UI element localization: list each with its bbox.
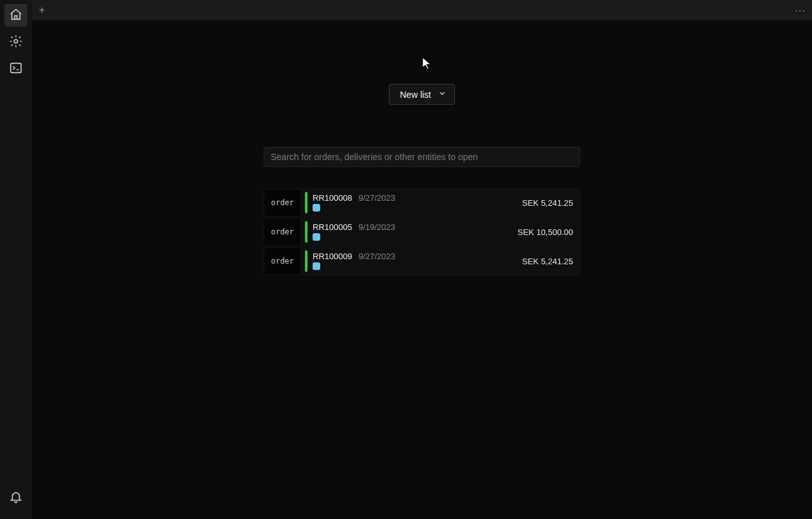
more-icon: ··· — [795, 5, 806, 15]
tab-strip: + ··· — [32, 0, 812, 20]
order-date: 9/27/2023 — [358, 194, 395, 202]
main-area: + ··· New list order RR100008 — [32, 0, 812, 519]
bell-icon — [9, 490, 23, 506]
row-header-line: RR100005 9/19/2023 — [313, 223, 518, 231]
rail-top-group — [4, 4, 27, 80]
row-type-label: order — [264, 248, 301, 274]
gear-icon — [9, 34, 23, 50]
result-row[interactable]: order RR100005 9/19/2023 SEK 10,500.00 — [264, 218, 580, 246]
row-tags-line — [313, 262, 522, 270]
rail-bottom-group — [4, 486, 27, 513]
order-id: RR100008 — [313, 194, 352, 202]
row-tags-line — [313, 233, 518, 241]
svg-point-0 — [14, 39, 18, 43]
row-main: RR100008 9/27/2023 — [308, 189, 522, 216]
left-rail — [0, 0, 32, 519]
order-date: 9/27/2023 — [358, 252, 395, 260]
terminal-icon — [9, 61, 23, 77]
plus-icon: + — [39, 4, 44, 16]
row-tags-line — [313, 204, 522, 212]
result-list: order RR100008 9/27/2023 SEK 5,241.25 or… — [264, 189, 580, 275]
search-container — [264, 147, 580, 167]
home-icon — [9, 8, 23, 24]
order-date: 9/19/2023 — [358, 223, 395, 231]
new-list-button[interactable]: New list — [389, 84, 454, 105]
content-region: New list order RR100008 9/27/2023 — [32, 20, 812, 519]
tab-more-button[interactable]: ··· — [789, 0, 812, 20]
row-type-label: order — [264, 219, 301, 245]
order-id: RR100009 — [313, 252, 352, 260]
nav-terminal[interactable] — [4, 57, 27, 80]
result-row[interactable]: order RR100008 9/27/2023 SEK 5,241.25 — [264, 189, 580, 217]
row-header-line: RR100009 9/27/2023 — [313, 252, 522, 260]
order-amount: SEK 10,500.00 — [518, 219, 579, 245]
tab-add-button[interactable]: + — [32, 0, 52, 20]
new-list-label: New list — [400, 90, 431, 100]
tag-chip — [313, 262, 320, 270]
nav-notifications[interactable] — [4, 486, 27, 509]
order-amount: SEK 5,241.25 — [522, 189, 579, 216]
tag-chip — [313, 204, 320, 212]
nav-settings[interactable] — [4, 30, 27, 53]
mouse-cursor — [423, 57, 431, 70]
row-header-line: RR100008 9/27/2023 — [313, 194, 522, 202]
order-amount: SEK 5,241.25 — [522, 248, 579, 274]
row-type-label: order — [264, 189, 301, 216]
svg-rect-1 — [11, 63, 22, 72]
result-row[interactable]: order RR100009 9/27/2023 SEK 5,241.25 — [264, 247, 580, 275]
chevron-down-icon — [438, 89, 447, 100]
row-main: RR100005 9/19/2023 — [308, 219, 518, 245]
nav-home[interactable] — [4, 4, 27, 27]
row-main: RR100009 9/27/2023 — [308, 248, 522, 274]
order-id: RR100005 — [313, 223, 352, 231]
search-input[interactable] — [264, 147, 580, 167]
tag-chip — [313, 233, 320, 241]
